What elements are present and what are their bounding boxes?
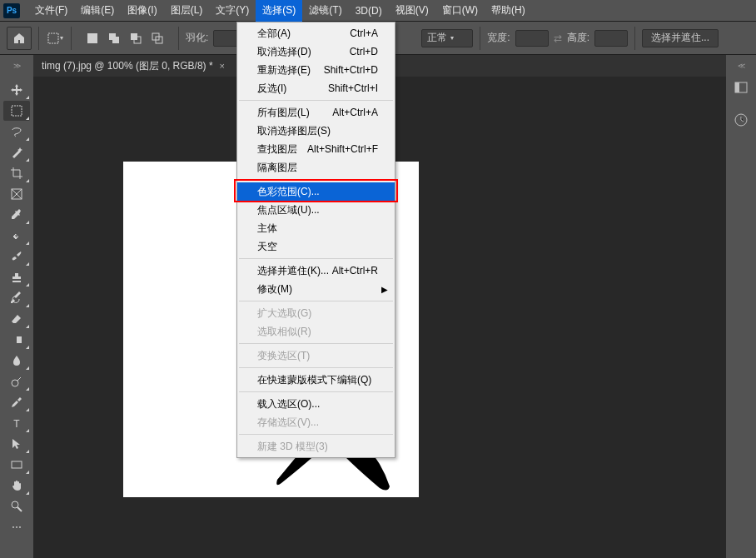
menu-item-shortcut: Alt+Shift+Ctrl+F xyxy=(307,143,378,155)
menu-item-label: 全部(A) xyxy=(257,27,291,41)
tool-hand[interactable] xyxy=(3,476,30,496)
tool-move[interactable] xyxy=(3,80,30,100)
tool-more[interactable]: ⋯ xyxy=(3,517,30,537)
home-button[interactable] xyxy=(7,27,32,50)
menu-separator xyxy=(239,258,393,259)
tool-eraser[interactable] xyxy=(3,309,30,329)
menu-item-重新选择e[interactable]: 重新选择(E)Shift+Ctrl+D xyxy=(237,61,395,79)
menu-file[interactable]: 文件(F) xyxy=(28,0,74,22)
tool-history-brush[interactable] xyxy=(3,288,30,308)
tool-stamp[interactable] xyxy=(3,267,30,287)
close-icon[interactable]: × xyxy=(220,61,225,71)
tool-path-select[interactable] xyxy=(3,434,30,454)
menu-separator xyxy=(239,301,393,301)
document-tab[interactable]: timg (7).jpg @ 100% (图层 0, RGB/8) * × xyxy=(33,55,233,77)
svg-rect-8 xyxy=(12,106,22,116)
menu-item-取消选择图层s[interactable]: 取消选择图层(S) xyxy=(237,122,395,140)
add-selection-button[interactable] xyxy=(105,29,123,47)
menu-select[interactable]: 选择(S) xyxy=(256,0,302,22)
tool-brush[interactable] xyxy=(3,247,30,267)
tool-type[interactable]: T xyxy=(3,413,30,433)
menu-item-label: 变换选区(T) xyxy=(257,349,310,363)
stamp-icon xyxy=(10,271,23,284)
menu-item-label: 焦点区域(U)... xyxy=(257,203,320,217)
height-input[interactable] xyxy=(594,30,628,47)
panel-toggle-icon[interactable] xyxy=(734,80,749,97)
separator xyxy=(634,27,635,50)
menu-item-全部a[interactable]: 全部(A)Ctrl+A xyxy=(237,24,395,42)
menu-item-反选i[interactable]: 反选(I)Shift+Ctrl+I xyxy=(237,79,395,97)
menu-item-取消选择d[interactable]: 取消选择(D)Ctrl+D xyxy=(237,42,395,61)
new-selection-icon xyxy=(87,32,98,44)
menu-image[interactable]: 图像(I) xyxy=(121,0,163,22)
intersect-selection-button[interactable] xyxy=(148,29,167,47)
menu-3d[interactable]: 3D(D) xyxy=(349,0,389,22)
menu-window[interactable]: 窗口(W) xyxy=(435,0,485,22)
menu-item-载入选区o[interactable]: 载入选区(O)... xyxy=(237,395,395,413)
menu-item-色彩范围c[interactable]: 色彩范围(C)... xyxy=(237,182,395,201)
tool-marquee[interactable] xyxy=(3,101,30,121)
pen-icon xyxy=(10,396,23,409)
lasso-icon xyxy=(10,125,23,138)
healing-icon xyxy=(10,229,23,242)
tool-eyedropper[interactable] xyxy=(3,205,30,225)
tool-frame[interactable] xyxy=(3,184,30,204)
menu-item-修改m[interactable]: 修改(M)▶ xyxy=(237,280,395,298)
menu-item-新建3d模型3: 新建 3D 模型(3) xyxy=(237,437,395,456)
move-icon xyxy=(10,83,23,97)
swap-icon[interactable]: ⇄ xyxy=(554,32,562,44)
width-input[interactable] xyxy=(515,30,549,47)
menu-item-隔离图层[interactable]: 隔离图层 xyxy=(237,158,395,177)
right-panel xyxy=(726,77,756,558)
subtract-selection-button[interactable] xyxy=(127,29,145,47)
menu-edit[interactable]: 编辑(E) xyxy=(74,0,121,22)
eraser-icon xyxy=(10,312,23,326)
menu-layer[interactable]: 图层(L) xyxy=(164,0,210,22)
menu-item-label: 查找图层 xyxy=(257,142,297,157)
collapse-left-toggle[interactable]: ≫ xyxy=(0,55,33,77)
new-selection-button[interactable] xyxy=(83,29,102,47)
add-selection-icon xyxy=(108,32,120,44)
menu-item-选择并遮住k[interactable]: 选择并遮住(K)...Alt+Ctrl+R xyxy=(237,262,395,280)
tool-crop[interactable] xyxy=(3,163,30,183)
menu-item-主体[interactable]: 主体 xyxy=(237,219,395,237)
collapse-right-toggle[interactable]: ≪ xyxy=(726,55,756,77)
svg-rect-0 xyxy=(48,33,58,43)
eyedropper-icon xyxy=(10,208,23,222)
separator xyxy=(178,27,179,50)
tool-gradient[interactable] xyxy=(3,330,30,350)
menu-separator xyxy=(239,367,393,368)
tool-rectangle[interactable] xyxy=(3,455,30,475)
menu-item-label: 修改(M) xyxy=(257,282,292,296)
menu-view[interactable]: 视图(V) xyxy=(389,0,435,22)
menu-filter[interactable]: 滤镜(T) xyxy=(302,0,348,22)
menu-item-在快速蒙版模式下编辑q[interactable]: 在快速蒙版模式下编辑(Q) xyxy=(237,371,395,389)
menu-item-label: 重新选择(E) xyxy=(257,63,311,77)
tool-blur[interactable] xyxy=(3,351,30,371)
menu-item-扩大选取g: 扩大选取(G) xyxy=(237,304,395,322)
menu-item-所有图层l[interactable]: 所有图层(L)Alt+Ctrl+A xyxy=(237,103,395,122)
marquee-tool-preset[interactable]: ▾ xyxy=(46,29,64,47)
svg-point-12 xyxy=(12,380,18,386)
menu-item-焦点区域u[interactable]: 焦点区域(U)... xyxy=(237,201,395,219)
tool-healing[interactable] xyxy=(3,226,30,246)
tool-wand[interactable] xyxy=(3,142,30,162)
rectangle-icon xyxy=(10,458,23,471)
svg-rect-17 xyxy=(735,82,739,92)
tool-lasso[interactable] xyxy=(3,122,30,142)
tool-zoom[interactable] xyxy=(3,496,30,516)
tool-dodge[interactable] xyxy=(3,371,30,391)
menu-help[interactable]: 帮助(H) xyxy=(485,0,532,22)
frame-icon xyxy=(10,187,23,201)
history-panel-icon[interactable] xyxy=(734,112,749,130)
path-select-icon xyxy=(10,437,23,451)
history-brush-icon xyxy=(10,291,23,305)
tool-pen[interactable] xyxy=(3,392,30,412)
select-and-mask-button[interactable]: 选择并遮住... xyxy=(642,29,719,47)
menu-item-天空[interactable]: 天空 xyxy=(237,237,395,256)
mode-dropdown[interactable]: 正常 ▾ xyxy=(421,29,473,47)
svg-point-15 xyxy=(12,501,18,508)
menu-type[interactable]: 文字(Y) xyxy=(209,0,256,22)
zoom-icon xyxy=(10,500,23,513)
menu-item-查找图层[interactable]: 查找图层Alt+Shift+Ctrl+F xyxy=(237,140,395,158)
